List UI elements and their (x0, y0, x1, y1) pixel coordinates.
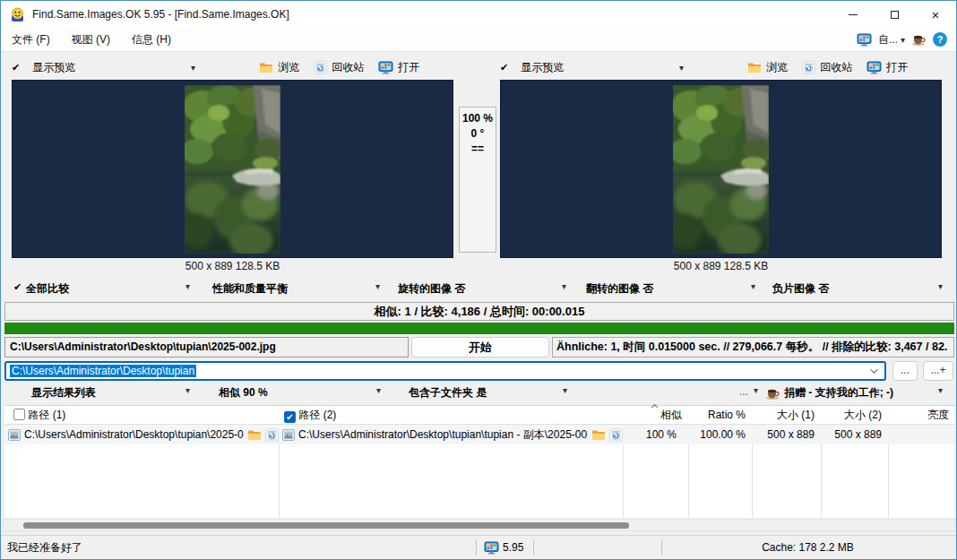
chevron-down-icon[interactable] (870, 366, 877, 373)
cell-similar: 100 % (623, 425, 677, 444)
chevron-down-icon[interactable]: ▾ (376, 385, 381, 395)
horizontal-scrollbar[interactable] (3, 519, 956, 531)
monitor-icon (866, 61, 882, 74)
header-path1[interactable]: 路径 (1) (13, 406, 65, 425)
chevron-down-icon[interactable]: ▾ (185, 385, 190, 395)
start-button[interactable]: 开始 (411, 337, 549, 358)
add-folder-button[interactable]: ...+ (923, 361, 953, 381)
chevron-down-icon[interactable]: ▾ (938, 385, 943, 395)
recycle-button-left[interactable]: 回收站 (314, 60, 364, 75)
header-path2-label: 路径 (2) (298, 409, 336, 421)
chevron-down-icon: ▾ (901, 35, 905, 45)
chevron-down-icon[interactable]: ▾ (751, 281, 755, 291)
chevron-down-icon[interactable]: ▾ (679, 63, 684, 73)
header-path2[interactable]: ✔ 路径 (2) (284, 406, 336, 425)
result-stats: Ähnliche: 1, 时间 0.015000 sec. // 279,066… (552, 337, 954, 358)
open-button-right[interactable]: 打开 (866, 60, 908, 75)
recycle-bin-icon[interactable] (609, 428, 623, 442)
negative-images-dropdown[interactable]: 负片图像 否 (772, 281, 829, 297)
browse-folder-button[interactable]: ... (892, 361, 918, 381)
preview-panel-right (500, 80, 942, 258)
recycle-bin-icon (802, 61, 815, 74)
folder-icon[interactable] (591, 429, 606, 441)
image-info-left: 500 x 889 128.5 KB (12, 260, 453, 274)
quality-balance-dropdown[interactable]: 性能和质量平衡 (212, 281, 288, 297)
browse-button-left[interactable]: 浏览 (259, 60, 299, 75)
app-window: Find.Same.Images.OK 5.95 - [Find.Same.Im… (0, 0, 957, 560)
app-icon (10, 7, 25, 22)
menu-item-file[interactable]: 文件 (F) (12, 32, 50, 47)
similarity-dropdown[interactable]: 相似 90 % (219, 385, 268, 401)
help-icon[interactable]: ? (933, 32, 947, 47)
path2-text: C:\Users\Administrator\Desktop\tupian\tu… (298, 425, 588, 444)
compare-all-dropdown[interactable]: 全部比较 (26, 281, 69, 297)
right-preview-toolbar: ✔ 显示预览 ▾ 浏览 回收站 打开 (500, 56, 942, 78)
preview-image-right (673, 85, 769, 254)
rotation-value: 0 ° (460, 126, 496, 142)
flipped-images-dropdown[interactable]: 翻转的图像 否 (586, 281, 653, 297)
header-similar[interactable]: 相似 (623, 406, 682, 425)
subfolders-dropdown[interactable]: 包含子文件夹 是 (409, 385, 487, 401)
checkbox-path1[interactable] (13, 409, 25, 420)
show-result-list-dropdown[interactable]: 显示结果列表 (31, 385, 96, 401)
rotated-images-dropdown[interactable]: 旋转的图像 否 (398, 281, 465, 297)
combo-selected-text[interactable]: C:\Users\Administrator\Desktop\tupian (10, 365, 196, 377)
chevron-down-icon[interactable]: ▾ (562, 281, 566, 291)
maximize-button[interactable] (874, 1, 915, 28)
preview-panel-left (12, 80, 453, 258)
cell-size2: 500 x 889 (821, 425, 882, 444)
checkbox-path2[interactable]: ✔ (284, 411, 296, 423)
folder-icon[interactable] (247, 429, 262, 441)
close-button[interactable]: × (915, 1, 956, 28)
chevron-down-icon[interactable]: ▾ (375, 281, 380, 291)
monitor-icon (484, 541, 499, 555)
window-title: Find.Same.Images.OK 5.95 - [Find.Same.Im… (32, 8, 289, 21)
version-text: 5.95 (503, 536, 523, 559)
current-file-field: C:\Users\Administrator\Desktop\tupian\20… (4, 337, 409, 358)
open-label: 打开 (886, 60, 908, 75)
cell-path2[interactable]: C:\Users\Administrator\Desktop\tupian\tu… (279, 425, 623, 444)
auto-dropdown[interactable]: 自... ▾ (878, 32, 905, 47)
check-icon: ✔ (500, 62, 508, 73)
chevron-down-icon[interactable]: ▾ (191, 63, 195, 73)
header-ratio[interactable]: Ratio % (688, 406, 746, 425)
donate-link[interactable]: 捐赠 - 支持我的工作; -) (784, 385, 893, 401)
coffee-icon[interactable] (911, 33, 927, 46)
chevron-down-icon[interactable]: ▾ (185, 281, 190, 291)
folder-combobox[interactable]: C:\Users\Administrator\Desktop\tupian (4, 361, 886, 381)
show-preview-toggle-left[interactable]: 显示预览 (32, 60, 75, 75)
menu-bar: 文件 (F) 视图 (V) 信息 (H) 自... ▾ ? (1, 28, 956, 52)
cell-path1[interactable]: C:\Users\Administrator\Desktop\tupian\20… (4, 425, 279, 444)
menu-item-view[interactable]: 视图 (V) (72, 32, 110, 47)
folder-icon (259, 62, 273, 73)
header-brightness[interactable]: 亮度 (888, 406, 949, 425)
chevron-down-icon[interactable]: ▾ (754, 385, 758, 395)
preview-image-left (185, 85, 280, 254)
header-size2[interactable]: 大小 (2) (821, 406, 882, 425)
chevron-down-icon[interactable]: ▾ (563, 385, 567, 395)
recycle-bin-icon[interactable] (265, 428, 279, 442)
image-info-right: 500 x 889 128.5 KB (500, 260, 942, 274)
result-controls-row: 显示结果列表 ▾ 相似 90 % ▾ 包含子文件夹 是 ▾ ... ▾ 捐赠 -… (1, 385, 956, 403)
table-row[interactable]: C:\Users\Administrator\Desktop\tupian\20… (4, 425, 954, 444)
path1-text: C:\Users\Administrator\Desktop\tupian\20… (24, 425, 244, 444)
progress-bar (4, 323, 954, 334)
recycle-button-right[interactable]: 回收站 (802, 60, 852, 75)
show-preview-toggle-right[interactable]: 显示预览 (521, 60, 564, 75)
window-controls: × (832, 1, 956, 28)
header-size1[interactable]: 大小 (1) (752, 406, 815, 425)
chevron-down-icon[interactable]: ▾ (938, 281, 943, 291)
open-button-left[interactable]: 打开 (378, 60, 419, 75)
more-dropdown[interactable]: ... (739, 385, 748, 398)
browse-button-right[interactable]: 浏览 (747, 60, 788, 75)
menu-item-info[interactable]: 信息 (H) (132, 32, 171, 47)
equals-indicator: == (460, 142, 496, 157)
comparison-stats: 相似: 1 / 比较: 4,186 / 总时间: 00:00.015 (4, 302, 954, 321)
status-message: 我已经准备好了 (7, 536, 82, 559)
recycle-bin-icon (314, 61, 327, 74)
minimize-button[interactable] (832, 1, 874, 28)
recycle-label: 回收站 (332, 60, 364, 75)
compare-options-row: ✔ 全部比较 ▾ 性能和质量平衡 ▾ 旋转的图像 否 ▾ 翻转的图像 否 ▾ 负… (1, 281, 956, 299)
scrollbar-thumb[interactable] (23, 522, 629, 529)
check-icon: ✔ (13, 281, 22, 293)
